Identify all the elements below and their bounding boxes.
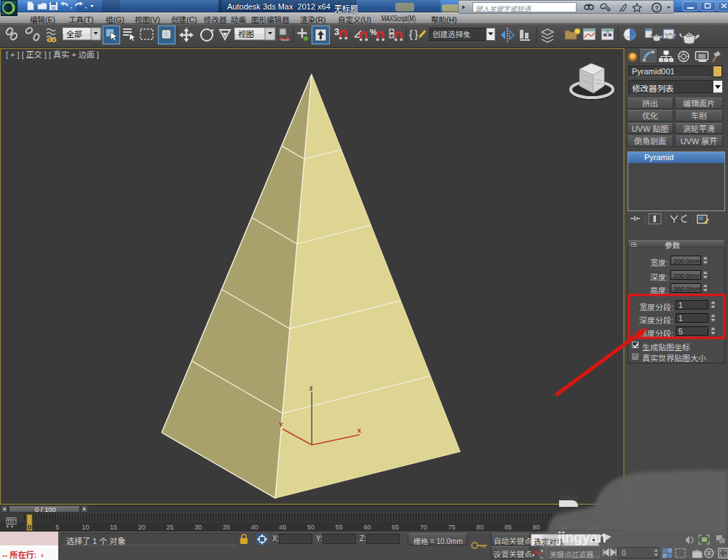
svg-text:30: 30 — [194, 524, 202, 531]
svg-text:85: 85 — [505, 524, 512, 531]
svg-text:{ }: { } — [409, 28, 418, 40]
svg-text:15: 15 — [110, 524, 117, 531]
svg-text:95: 95 — [561, 524, 568, 531]
svg-text:90: 90 — [533, 524, 540, 531]
svg-text:?: ? — [655, 4, 660, 12]
svg-text:100: 100 — [587, 524, 598, 531]
svg-text:10: 10 — [82, 524, 89, 531]
svg-text:%: % — [370, 28, 377, 36]
svg-text:3: 3 — [334, 26, 339, 37]
svg-text:5: 5 — [55, 524, 59, 531]
svg-text:80: 80 — [476, 524, 483, 531]
svg-text:65: 65 — [392, 524, 399, 531]
svg-text:35: 35 — [223, 524, 230, 531]
svg-text:45: 45 — [279, 524, 286, 531]
svg-text:55: 55 — [336, 524, 343, 531]
svg-text:[ + ] [ 正交 ] [ 真实 + 边面 ]: [ + ] [ 正交 ] [ 真实 + 边面 ] — [6, 50, 99, 59]
svg-text:70: 70 — [420, 524, 427, 531]
svg-text:创建选择集: 创建选择集 — [432, 30, 471, 39]
svg-text:60: 60 — [363, 524, 371, 531]
svg-text:z: z — [309, 384, 313, 392]
svg-text:25: 25 — [166, 524, 173, 531]
svg-text:20: 20 — [138, 524, 146, 531]
svg-text:40: 40 — [251, 524, 258, 531]
svg-text:50: 50 — [307, 524, 314, 531]
svg-text:视图: 视图 — [238, 30, 254, 39]
svg-text:0: 0 — [28, 524, 31, 531]
svg-text:x: x — [357, 427, 361, 434]
svg-text:75: 75 — [448, 524, 455, 531]
svg-text:全部: 全部 — [66, 30, 82, 39]
svg-text:Y: Y — [279, 421, 283, 428]
